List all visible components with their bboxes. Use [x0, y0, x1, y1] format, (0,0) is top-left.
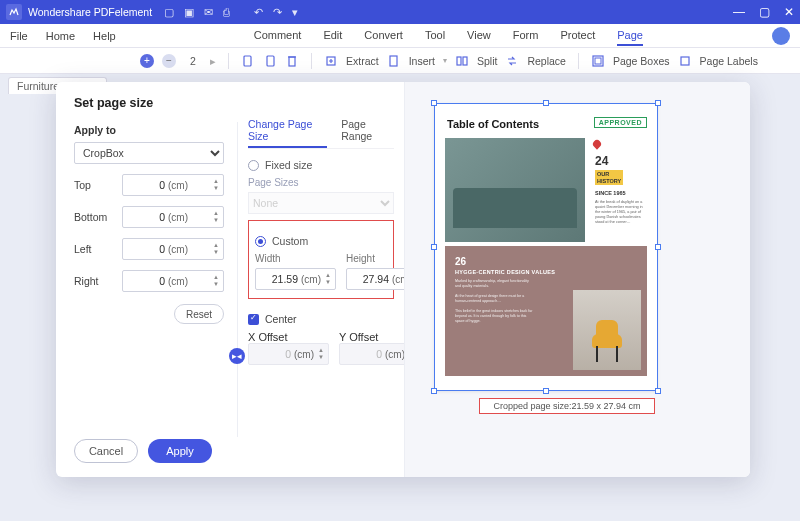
bottom-label: Bottom — [74, 211, 114, 223]
dialog-left-panel: Set page size Apply to CropBox Top (cm)▲… — [56, 82, 238, 477]
page-labels-icon[interactable] — [678, 54, 692, 68]
mail-icon[interactable]: ✉ — [204, 6, 213, 19]
page-labels-button[interactable]: Page Labels — [700, 55, 758, 67]
apply-button[interactable]: Apply — [148, 439, 212, 463]
resize-handle[interactable] — [655, 244, 661, 250]
page-boxes-button[interactable]: Page Boxes — [613, 55, 670, 67]
svg-rect-9 — [595, 58, 601, 64]
center-checkbox[interactable] — [248, 314, 259, 325]
titlebar: Wondershare PDFelement ▢ ▣ ✉ ⎙ ↶ ↷ ▾ — ▢… — [0, 0, 800, 24]
custom-radio[interactable] — [255, 236, 266, 247]
fixed-size-radio[interactable] — [248, 160, 259, 171]
left-input[interactable]: (cm)▲▼ — [122, 238, 224, 260]
split-icon[interactable] — [455, 54, 469, 68]
width-input[interactable]: (cm)▲▼ — [255, 268, 336, 290]
menu-view[interactable]: View — [467, 26, 491, 46]
fixed-size-radio-row[interactable]: Fixed size — [248, 159, 394, 171]
minimize-button[interactable]: — — [733, 5, 745, 19]
resize-handle[interactable] — [431, 388, 437, 394]
menu-form[interactable]: Form — [513, 26, 539, 46]
resize-handle[interactable] — [543, 388, 549, 394]
insert-dropdown-icon[interactable]: ▾ — [443, 56, 447, 65]
ribbon-toolbar: + − 2 ▸ Extract Insert ▾ Split Replace P… — [0, 48, 800, 74]
top-input[interactable]: (cm)▲▼ — [122, 174, 224, 196]
app-name: Wondershare PDFelement — [28, 6, 152, 18]
resize-handle[interactable] — [431, 100, 437, 106]
menu-home[interactable]: Home — [46, 27, 75, 45]
svg-rect-5 — [390, 56, 397, 66]
maximize-button[interactable]: ▢ — [759, 5, 770, 19]
x-offset-input: (cm)▲▼ — [248, 343, 329, 365]
resize-handle[interactable] — [655, 388, 661, 394]
redo-icon[interactable]: ↷ — [273, 6, 282, 19]
extract-button[interactable]: Extract — [346, 55, 379, 67]
preview-image-sofa — [445, 138, 585, 242]
dropdown-icon[interactable]: ▾ — [292, 6, 298, 19]
cancel-button[interactable]: Cancel — [74, 439, 138, 463]
zoom-in-icon[interactable]: + — [140, 54, 154, 68]
print-icon[interactable]: ⎙ — [223, 6, 230, 19]
open-icon[interactable]: ▢ — [164, 6, 174, 19]
top-label: Top — [74, 179, 114, 191]
svg-rect-10 — [681, 57, 689, 65]
user-avatar-icon[interactable] — [772, 27, 790, 45]
resize-handle[interactable] — [655, 100, 661, 106]
right-input[interactable]: (cm)▲▼ — [122, 270, 224, 292]
page-number[interactable]: 2 — [184, 55, 202, 67]
right-label: Right — [74, 275, 114, 287]
page-step-icon[interactable]: ▸ — [210, 55, 216, 67]
split-button[interactable]: Split — [477, 55, 497, 67]
menu-file[interactable]: File — [10, 27, 28, 45]
bottom-input[interactable]: (cm)▲▼ — [122, 206, 224, 228]
replace-button[interactable]: Replace — [527, 55, 566, 67]
custom-radio-row[interactable]: Custom — [255, 235, 387, 247]
menu-help[interactable]: Help — [93, 27, 116, 45]
zoom-out-icon[interactable]: − — [162, 54, 176, 68]
replace-icon[interactable] — [505, 54, 519, 68]
svg-rect-0 — [244, 56, 251, 66]
svg-rect-7 — [463, 57, 467, 65]
undo-icon[interactable]: ↶ — [254, 6, 263, 19]
menu-convert[interactable]: Convert — [364, 26, 403, 46]
center-checkbox-row[interactable]: Center — [248, 313, 394, 325]
apply-to-select[interactable]: CropBox — [74, 142, 224, 164]
page-preview[interactable]: Table of Contents APPROVED 24 OURHISTORY… — [435, 104, 657, 390]
menubar: File Home Help Comment Edit Convert Tool… — [0, 24, 800, 48]
page-boxes-icon[interactable] — [591, 54, 605, 68]
custom-label: Custom — [272, 235, 308, 247]
preview-title: Table of Contents — [447, 118, 539, 130]
approved-stamp: APPROVED — [594, 117, 647, 128]
svg-rect-2 — [289, 57, 295, 66]
insert-button[interactable]: Insert — [409, 55, 435, 67]
extract-icon[interactable] — [324, 54, 338, 68]
pin-icon — [591, 138, 602, 149]
preview-image-chair — [573, 290, 641, 370]
spin-up-icon[interactable]: ▲ — [211, 178, 221, 185]
svg-rect-1 — [267, 56, 274, 66]
spin-down-icon[interactable]: ▼ — [211, 185, 221, 192]
app-logo-icon — [6, 4, 22, 20]
rotate-left-icon[interactable] — [241, 54, 255, 68]
close-window-button[interactable]: ✕ — [784, 5, 794, 19]
resize-handle[interactable] — [431, 244, 437, 250]
crop-info-readout: Cropped page size:21.59 x 27.94 cm — [479, 398, 655, 414]
menu-page[interactable]: Page — [617, 26, 643, 46]
reset-button[interactable]: Reset — [174, 304, 224, 324]
rotate-right-icon[interactable] — [263, 54, 277, 68]
resize-handle[interactable] — [543, 100, 549, 106]
image-icon[interactable]: ▣ — [184, 6, 194, 19]
dialog-middle-panel: ▸◂ Change Page Size Page Range Fixed siz… — [238, 82, 404, 477]
menu-tool[interactable]: Tool — [425, 26, 445, 46]
insert-icon[interactable] — [387, 54, 401, 68]
tab-change-page-size[interactable]: Change Page Size — [248, 118, 327, 148]
width-label: Width — [255, 253, 336, 264]
x-offset-label: X Offset — [248, 331, 329, 343]
center-label: Center — [265, 313, 297, 325]
menu-protect[interactable]: Protect — [560, 26, 595, 46]
menu-comment[interactable]: Comment — [254, 26, 302, 46]
panel-collapse-icon[interactable]: ▸◂ — [229, 348, 245, 364]
menu-edit[interactable]: Edit — [323, 26, 342, 46]
delete-page-icon[interactable] — [285, 54, 299, 68]
tab-page-range[interactable]: Page Range — [341, 118, 394, 148]
preview-panel: Table of Contents APPROVED 24 OURHISTORY… — [404, 82, 750, 477]
